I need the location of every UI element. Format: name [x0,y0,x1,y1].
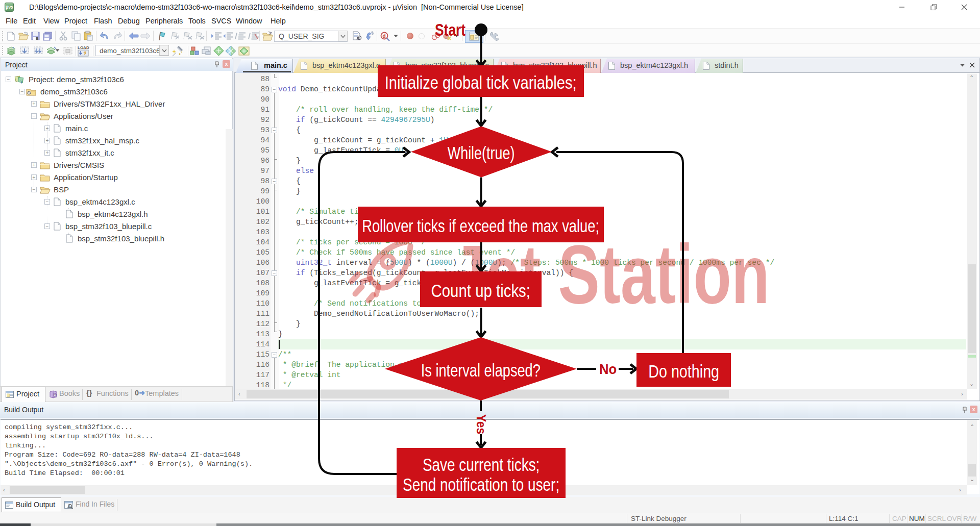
svg-text:d: d [383,33,386,39]
svg-text:LOAD: LOAD [78,45,89,50]
